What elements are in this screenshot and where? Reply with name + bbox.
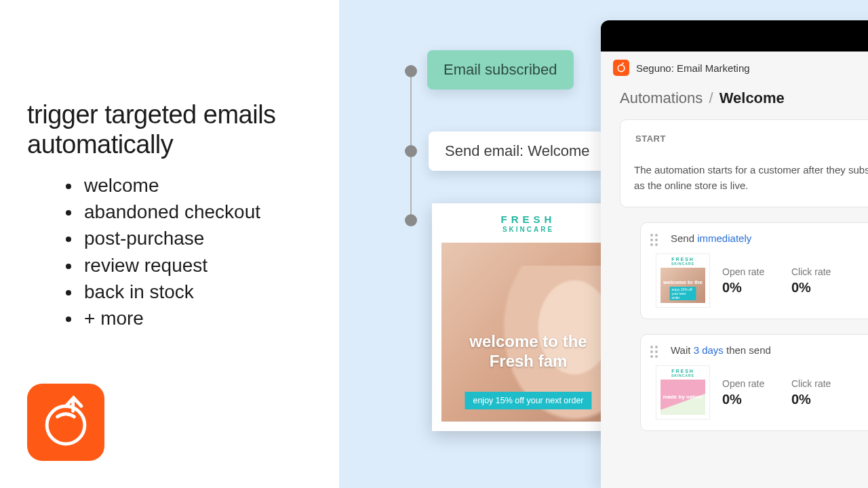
feature-bullet-list: welcome abandoned checkout post-purchase… (66, 172, 260, 331)
feature-bullet: back in stock (81, 279, 260, 305)
start-description: The automation starts for a customer aft… (634, 163, 868, 193)
start-card: START The automation starts for a custom… (620, 119, 868, 207)
metric-open-rate: Open rate 0% (722, 266, 779, 296)
email-offer-pill: enjoy 15% off your next order (465, 392, 591, 409)
browser-chrome (601, 20, 868, 52)
feature-bullet: review request (81, 252, 260, 279)
metric-open-rate: Open rate 0% (722, 378, 779, 407)
feature-bullet: welcome (81, 172, 260, 199)
svg-point-0 (47, 406, 85, 444)
email-brand-logo: FRESH SKINCARE (441, 214, 615, 233)
timeline-node-action: Send email: Welcome (429, 131, 606, 171)
step-heading: Send immediately (671, 232, 868, 244)
feature-bullet: post-purchase (81, 225, 260, 251)
email-hero-image: welcome to the Fresh fam enjoy 15% off y… (441, 243, 615, 422)
start-label: START (635, 134, 868, 144)
email-preview-card: FRESH SKINCARE welcome to the Fresh fam … (432, 203, 625, 431)
feature-bullet: + more (81, 305, 260, 331)
app-window: Seguno: Email Marketing Automations / We… (601, 20, 868, 488)
timeline-dot (405, 214, 417, 226)
email-hero-line: welcome to the (469, 332, 587, 350)
seguno-logo (27, 384, 104, 461)
step-timing-link[interactable]: 3 days (694, 344, 724, 356)
metric-click-rate: Click rate 0% (791, 378, 848, 407)
automation-step[interactable]: Wait 3 days then send FRESHSKINCARE made… (640, 334, 868, 431)
timeline-dot (405, 65, 417, 77)
automation-step[interactable]: Send immediately FRESHSKINCARE welcome t… (640, 222, 868, 319)
drag-handle-icon[interactable] (650, 346, 661, 357)
breadcrumb-current: Welcome (719, 89, 785, 106)
app-title: Seguno: Email Marketing (636, 62, 750, 74)
email-hero-line: Fresh fam (490, 352, 568, 370)
step-timing-link[interactable]: immediately (697, 232, 751, 244)
timeline-dot (405, 145, 417, 157)
app-icon (613, 60, 629, 76)
email-thumbnail[interactable]: FRESHSKINCARE made by nature (656, 365, 710, 420)
drag-handle-icon[interactable] (650, 234, 661, 245)
headline: trigger targeted emails automatically (27, 100, 319, 159)
step-heading: Wait 3 days then send (671, 344, 868, 356)
svg-point-1 (618, 65, 625, 72)
email-thumbnail[interactable]: FRESHSKINCARE welcome to the Fresh fam e… (656, 253, 710, 308)
timeline-node-trigger: Email subscribed (427, 50, 574, 89)
breadcrumb: Automations / Welcome (601, 84, 868, 119)
feature-bullet: abandoned checkout (81, 199, 260, 225)
breadcrumb-root[interactable]: Automations (620, 89, 703, 106)
timeline-connector (410, 65, 412, 220)
metric-click-rate: Click rate 0% (791, 266, 848, 296)
